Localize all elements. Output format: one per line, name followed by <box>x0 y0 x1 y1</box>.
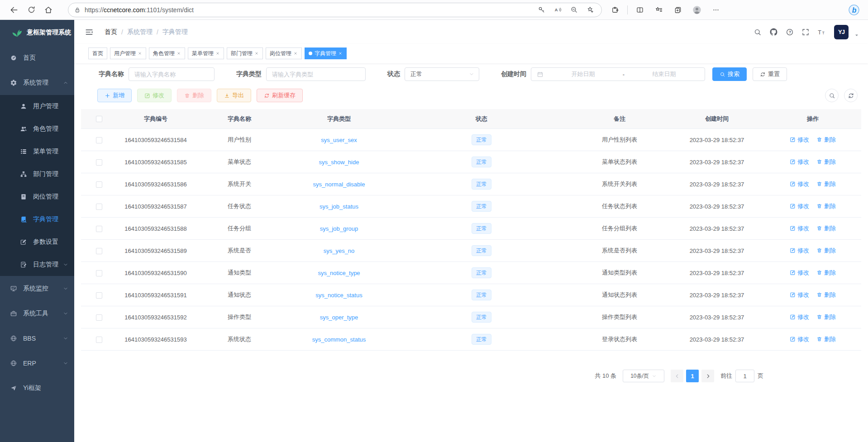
browser-menu-button[interactable] <box>707 2 725 18</box>
goto-page-input[interactable] <box>735 370 754 382</box>
row-delete-button[interactable]: 删除 <box>816 269 836 277</box>
breadcrumb-system[interactable]: 系统管理 <box>127 28 153 36</box>
close-icon[interactable] <box>138 51 142 56</box>
sidebar-item-system-mgmt[interactable]: 系统管理 <box>0 70 74 95</box>
row-checkbox[interactable] <box>96 181 102 188</box>
row-delete-button[interactable]: 删除 <box>816 136 836 144</box>
row-edit-button[interactable]: 修改 <box>790 247 809 255</box>
read-aloud-button[interactable]: A <box>551 4 564 16</box>
row-checkbox[interactable] <box>96 337 102 343</box>
dict-type-input[interactable] <box>266 67 366 81</box>
sidebar-item-role-mgmt[interactable]: 角色管理 <box>0 118 74 140</box>
tab-role-mgmt[interactable]: 角色管理 <box>149 48 185 59</box>
row-delete-button[interactable]: 删除 <box>816 180 836 188</box>
caret-down-icon[interactable] <box>854 32 860 38</box>
tab-user-mgmt[interactable]: 用户管理 <box>110 48 146 59</box>
dict-type-link[interactable]: sys_common_status <box>312 336 366 343</box>
search-button[interactable]: 搜索 <box>712 67 747 81</box>
row-delete-button[interactable]: 删除 <box>816 291 836 299</box>
breadcrumb-home[interactable]: 首页 <box>105 28 117 36</box>
split-screen-button[interactable] <box>631 2 649 18</box>
close-icon[interactable] <box>293 51 298 56</box>
dict-type-link[interactable]: sys_oper_type <box>320 314 358 321</box>
sidebar-item-erp[interactable]: ERP <box>0 351 74 375</box>
row-checkbox[interactable] <box>96 226 102 232</box>
browser-refresh-button[interactable] <box>23 2 40 18</box>
zoom-out-button[interactable] <box>567 4 581 16</box>
dict-type-link[interactable]: sys_show_hide <box>319 159 359 166</box>
user-avatar[interactable]: YJ <box>834 25 849 39</box>
password-key-button[interactable] <box>534 4 548 16</box>
select-all-checkbox[interactable] <box>96 116 102 122</box>
row-delete-button[interactable]: 删除 <box>816 202 836 210</box>
date-range-picker[interactable]: 开始日期 - 结束日期 <box>531 67 705 81</box>
row-delete-button[interactable]: 删除 <box>816 335 836 343</box>
sidebar-item-post-mgmt[interactable]: 岗位管理 <box>0 185 74 208</box>
close-icon[interactable] <box>176 51 181 56</box>
row-checkbox[interactable] <box>96 292 102 299</box>
address-bar[interactable]: https://ccnetcore.com:1101/system/dict A <box>68 3 602 17</box>
row-edit-button[interactable]: 修改 <box>790 313 809 321</box>
dict-name-input[interactable] <box>129 67 215 81</box>
row-delete-button[interactable]: 删除 <box>816 158 836 166</box>
row-edit-button[interactable]: 修改 <box>790 202 809 210</box>
row-edit-button[interactable]: 修改 <box>790 335 809 343</box>
close-icon[interactable] <box>215 51 220 56</box>
row-edit-button[interactable]: 修改 <box>790 158 809 166</box>
row-delete-button[interactable]: 删除 <box>816 224 836 233</box>
row-delete-button[interactable]: 删除 <box>816 313 836 321</box>
dict-type-link[interactable]: sys_job_status <box>320 203 358 210</box>
tab-home[interactable]: 首页 <box>88 48 107 59</box>
prev-page-button[interactable] <box>671 370 683 382</box>
reset-button[interactable]: 重置 <box>753 67 787 81</box>
current-page-button[interactable]: 1 <box>686 370 699 382</box>
next-page-button[interactable] <box>701 370 714 382</box>
dict-type-link[interactable]: sys_notice_status <box>315 292 362 299</box>
show-search-toggle-button[interactable] <box>825 89 839 102</box>
status-select[interactable]: 正常 <box>405 67 479 81</box>
row-edit-button[interactable]: 修改 <box>790 224 809 233</box>
app-logo-row[interactable]: 意框架管理系统 <box>0 20 74 45</box>
sidebar-item-system-tools[interactable]: 系统工具 <box>0 301 74 326</box>
row-edit-button[interactable]: 修改 <box>790 269 809 277</box>
sidebar-item-menu-mgmt[interactable]: 菜单管理 <box>0 140 74 163</box>
tab-dict-mgmt[interactable]: 字典管理 <box>305 48 347 59</box>
sidebar-item-param-settings[interactable]: 参数设置 <box>0 231 74 253</box>
sidebar-item-bbs[interactable]: BBS <box>0 326 74 351</box>
edit-button[interactable]: 修改 <box>137 89 172 102</box>
favorites-button[interactable] <box>650 2 668 18</box>
sidebar-item-yi-framework[interactable]: Yi框架 <box>0 375 74 400</box>
sidebar-item-system-monitor[interactable]: 系统监控 <box>0 276 74 301</box>
export-button[interactable]: 导出 <box>217 89 251 102</box>
help-button[interactable]: ? <box>786 28 794 36</box>
row-edit-button[interactable]: 修改 <box>790 136 809 144</box>
close-icon[interactable] <box>254 51 259 56</box>
row-edit-button[interactable]: 修改 <box>790 180 809 188</box>
row-checkbox[interactable] <box>96 159 102 166</box>
row-checkbox[interactable] <box>96 314 102 321</box>
delete-button[interactable]: 删除 <box>177 89 211 102</box>
profile-button[interactable] <box>688 2 706 18</box>
refresh-table-button[interactable] <box>844 89 858 102</box>
dict-type-link[interactable]: sys_job_group <box>320 225 358 232</box>
tab-dept-mgmt[interactable]: 部门管理 <box>227 48 263 59</box>
fullscreen-button[interactable] <box>801 28 810 36</box>
tab-post-mgmt[interactable]: 岗位管理 <box>266 48 302 59</box>
row-checkbox[interactable] <box>96 248 102 254</box>
font-size-button[interactable]: TT <box>817 28 826 37</box>
refresh-cache-button[interactable]: 刷新缓存 <box>257 89 303 102</box>
header-search-button[interactable] <box>754 28 762 36</box>
close-icon[interactable] <box>338 51 343 56</box>
dict-type-link[interactable]: sys_user_sex <box>321 137 357 143</box>
dict-type-link[interactable]: sys_yes_no <box>324 247 355 254</box>
row-checkbox[interactable] <box>96 270 102 276</box>
dict-type-link[interactable]: sys_notice_type <box>318 270 360 276</box>
row-checkbox[interactable] <box>96 137 102 143</box>
browser-back-button[interactable] <box>5 2 23 18</box>
sidebar-toggle-button[interactable] <box>81 28 97 37</box>
sidebar-item-dept-mgmt[interactable]: 部门管理 <box>0 163 74 185</box>
sidebar-item-log-mgmt[interactable]: 日志管理 <box>0 253 74 276</box>
sidebar-item-dict-mgmt[interactable]: 字典管理 <box>0 208 74 231</box>
bing-sidebar-button[interactable]: b <box>845 2 863 18</box>
dict-type-link[interactable]: sys_normal_disable <box>313 181 365 188</box>
